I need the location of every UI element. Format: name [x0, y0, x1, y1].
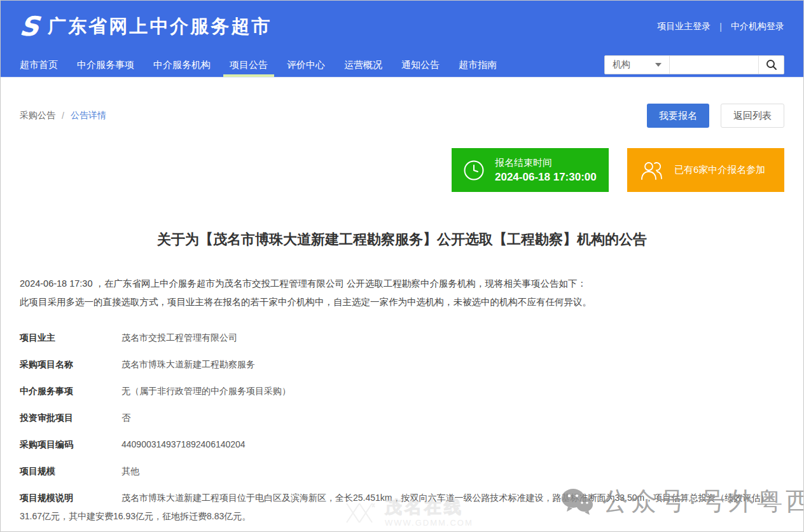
field-label: 采购项目名称 — [20, 355, 121, 374]
chevron-down-icon — [655, 63, 662, 67]
field-row-project-owner: 项目业主茂名市交投工程管理有限公司 — [20, 329, 784, 347]
participants-count-text: 已有6家中介报名参加 — [674, 164, 765, 176]
people-icon — [639, 159, 664, 182]
field-label: 项目规模 — [20, 462, 121, 481]
field-row-project-code: 采购项目编码4409003149371892406140204 — [20, 435, 784, 454]
field-value: 茂名市博珠大道新建工程项目位于电白区及滨海新区，全长25.451km，按双向六车… — [20, 493, 769, 521]
search-button[interactable] — [758, 56, 784, 74]
field-row-service-matter: 中介服务事项无（属于非行政管理的中介服务项目采购） — [20, 382, 784, 400]
nav-item-guide[interactable]: 超市指南 — [459, 53, 497, 77]
main-nav: 超市首页 中介服务事项 中介服务机构 项目公告 评价中心 运营概况 通知公告 超… — [1, 53, 803, 78]
deadline-banner: 报名结束时间 2024-06-18 17:30:00 — [452, 148, 609, 192]
announcement-intro-line2: 此项目采用多选一的直接选取方式，项目业主将在报名的若干家中介机构中，自主选定一家… — [20, 296, 784, 308]
field-value: 4409003149371892406140204 — [121, 439, 246, 449]
announcement-intro-line1: 2024-06-18 17:30 ，在广东省网上中介服务超市为茂名市交投工程管理… — [20, 277, 784, 290]
deadline-time: 2024-06-18 17:30:00 — [495, 171, 597, 184]
field-label: 投资审批项目 — [20, 409, 121, 427]
page-content: 采购公告 / 公告详情 我要报名 返回列表 报名结束时间 2024-06-18 … — [1, 104, 803, 526]
field-label: 中介服务事项 — [20, 382, 121, 400]
nav-item-project-announcements[interactable]: 项目公告 — [230, 53, 268, 77]
nav-item-service-matters[interactable]: 中介服务事项 — [77, 53, 134, 77]
nav-item-home[interactable]: 超市首页 — [20, 53, 58, 77]
site-title: 广东省网上中介服务超市 — [48, 14, 272, 39]
announcement-fields: 项目业主茂名市交投工程管理有限公司 采购项目名称茂名市博珠大道新建工程勘察服务 … — [20, 329, 784, 526]
nav-item-operation-overview[interactable]: 运营概况 — [344, 53, 382, 77]
field-value: 否 — [121, 413, 130, 423]
search-input[interactable] — [670, 56, 758, 74]
back-to-list-button[interactable]: 返回列表 — [721, 104, 784, 128]
breadcrumb: 采购公告 / 公告详情 — [20, 110, 106, 121]
field-value: 其他 — [121, 466, 139, 476]
search-category-dropdown[interactable]: 机构 — [605, 56, 670, 74]
search-category-value: 机构 — [613, 59, 630, 71]
search-icon — [766, 59, 777, 71]
field-row-scale-description: 项目规模说明茂名市博珠大道新建工程项目位于电白区及滨海新区，全长25.451km… — [20, 489, 784, 526]
deadline-label: 报名结束时间 — [495, 157, 597, 169]
field-label: 项目规模说明 — [20, 489, 121, 507]
field-value: 茂名市交投工程管理有限公司 — [121, 332, 237, 343]
agency-login-link[interactable]: 中介机构登录 — [731, 21, 784, 32]
site-logo-icon: S — [18, 13, 39, 40]
field-label: 采购项目编码 — [20, 435, 121, 454]
field-row-project-scale: 项目规模其他 — [20, 462, 784, 481]
field-row-project-name: 采购项目名称茂名市博珠大道新建工程勘察服务 — [20, 355, 784, 374]
signup-button[interactable]: 我要报名 — [647, 104, 709, 128]
nav-item-evaluation-center[interactable]: 评价中心 — [287, 53, 325, 77]
field-value: 无（属于非行政管理的中介服务项目采购） — [121, 386, 291, 396]
search-bar: 机构 — [604, 55, 784, 74]
clock-icon — [463, 160, 485, 181]
owner-login-link[interactable]: 项目业主登录 — [657, 21, 710, 32]
breadcrumb-current: 公告详情 — [71, 110, 106, 121]
field-row-investment-approval: 投资审批项目否 — [20, 409, 784, 427]
announcement-title: 关于为【茂名市博珠大道新建工程勘察服务】公开选取【工程勘察】机构的公告 — [20, 230, 784, 249]
site-header: S 广东省网上中介服务超市 项目业主登录 | 中介机构登录 — [1, 1, 803, 53]
breadcrumb-parent[interactable]: 采购公告 — [20, 110, 55, 121]
nav-item-service-agencies[interactable]: 中介服务机构 — [153, 53, 211, 77]
nav-item-notices[interactable]: 通知公告 — [401, 53, 440, 77]
breadcrumb-separator: / — [62, 111, 64, 121]
field-label: 项目业主 — [20, 329, 121, 347]
login-divider: | — [719, 22, 722, 32]
field-value: 茂名市博珠大道新建工程勘察服务 — [121, 359, 255, 369]
participants-banner: 已有6家中介报名参加 — [627, 148, 784, 192]
